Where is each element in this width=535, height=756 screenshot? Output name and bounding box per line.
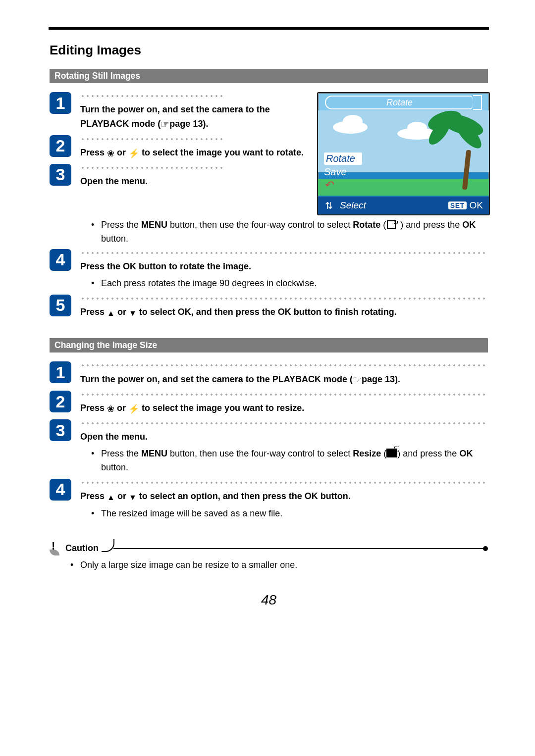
txt: Press the (101, 449, 141, 458)
resize-step-2: 2 Press ❀ or ⚡ to select the image you w… (50, 391, 488, 416)
rotate-step-1: 1 Turn the power on, and set the camera … (50, 92, 308, 132)
lcd-menu-rotate: Rotate (324, 152, 362, 165)
step2-text-a: Press (80, 148, 107, 157)
txt: Turn the power on, and set the camera to… (80, 374, 353, 384)
step-number-box: 3 (50, 419, 71, 441)
step-number-box: 1 (50, 361, 71, 383)
txt: to select an option, and then press the … (137, 491, 351, 501)
step-number-box: 3 (50, 164, 71, 186)
dotted-divider (80, 392, 488, 398)
resize-step3-lead: Open the menu. (80, 430, 488, 444)
flash-icon: ⚡ (128, 147, 139, 161)
txt: Press (80, 307, 107, 317)
section-header-rotating: Rotating Still Images (50, 69, 488, 83)
txt: button. (101, 462, 128, 472)
txt: Press (80, 491, 107, 501)
step-number-box: 2 (50, 391, 71, 412)
dotted-divider (80, 250, 488, 256)
lcd-menu: Rotate Save ↶ (324, 152, 362, 192)
step-number-box: 4 (50, 249, 71, 271)
dotted-divider (80, 420, 488, 426)
txt: OK (459, 449, 473, 458)
caution-dot (483, 546, 488, 551)
txt: or (114, 403, 128, 413)
resize-step-3: 3 Open the menu. Press the MENU button, … (50, 419, 488, 476)
undo-icon: ↶ (324, 178, 362, 192)
caution-header: ! Caution (50, 542, 488, 555)
resize-step-1: 1 Turn the power on, and set the camera … (50, 361, 488, 388)
txt: MENU (141, 449, 167, 458)
page-title: Editing Images (50, 43, 488, 58)
txt: ) and press the (397, 449, 459, 458)
caution-line (113, 548, 484, 549)
rotate-icon: ↻ (386, 219, 398, 229)
txt: Resize (353, 449, 381, 458)
resize-step-3-bullets: Press the MENU button, then use the four… (101, 447, 488, 475)
txt: to select the image you want to resize. (139, 403, 304, 413)
list-item: Press the MENU button, then use the four… (101, 218, 488, 246)
lcd-mockup: Rotate Rotate Save ↶ ⇅ Select SET OK (317, 92, 488, 215)
rotate-step-4-bullets: Each press rotates the image 90 degrees … (101, 277, 488, 291)
txt: button. (101, 234, 128, 244)
rotate-step-3-bullets: Press the MENU button, then use the four… (101, 218, 488, 246)
txt: or (115, 491, 129, 501)
txt: or (115, 307, 129, 317)
rotate-two-column: 1 Turn the power on, and set the camera … (50, 92, 488, 215)
txt: page 13). (362, 374, 400, 384)
list-item: Each press rotates the image 90 degrees … (101, 277, 488, 291)
txt: ) and press the (398, 220, 462, 230)
rotate-step-4: 4 Press the OK button to rotate the imag… (50, 249, 488, 292)
dotted-divider (80, 296, 488, 302)
txt: button, then use the four-way control to… (167, 449, 353, 458)
txt: button, then use the four-way control to… (167, 220, 353, 230)
lcd-menu-save: Save (324, 166, 362, 178)
macro-icon: ❀ (107, 147, 114, 161)
dotted-divider (80, 480, 488, 486)
resize-step-4-bullets: The resized image will be saved as a new… (101, 507, 488, 521)
lcd-footer-select: Select (340, 200, 448, 211)
step4-lead: Press the OK button to rotate the image. (80, 260, 488, 274)
lcd-footer: ⇅ Select SET OK (318, 197, 489, 214)
resize-icon (386, 449, 397, 457)
txt: Press (80, 403, 107, 413)
txt: OK (462, 220, 476, 230)
caution-curve (102, 539, 114, 552)
lcd-header: Rotate (323, 96, 484, 109)
txt: to select OK, and then press the OK butt… (137, 307, 397, 317)
down-triangle-icon: ▼ (129, 307, 137, 320)
down-triangle-icon: ▼ (129, 492, 137, 504)
txt: ( (380, 220, 386, 230)
caution-label: Caution (65, 543, 99, 554)
resize-step-4: 4 Press ▲ or ▼ to select an option, and … (50, 479, 488, 522)
rotate-step-2: 2 Press ❀ or ⚡ to select the image you w… (50, 135, 308, 161)
caution-icon: ! (50, 542, 61, 555)
list-item: Press the MENU button, then use the four… (101, 447, 488, 475)
list-item: Only a large size image can be resize to… (80, 558, 488, 572)
step-number-box: 4 (50, 479, 71, 501)
step-number-box: 1 (50, 92, 71, 114)
caution-bullets: Only a large size image can be resize to… (80, 558, 488, 572)
list-item: The resized image will be saved as a new… (101, 507, 488, 521)
updown-icon: ⇅ (318, 200, 340, 211)
txt: Press the (101, 220, 141, 230)
top-rule (49, 27, 489, 30)
step3-lead: Open the menu. (80, 175, 308, 189)
step1-text-b: page 13). (169, 119, 208, 129)
dotted-divider (80, 165, 224, 171)
lcd-footer-ok: OK (470, 200, 483, 211)
step2-text-c: to select the image you want to rotate. (139, 148, 304, 157)
section-header-resize: Changing the Image Size (50, 338, 488, 353)
txt: ( (381, 449, 386, 458)
dotted-divider (80, 362, 488, 368)
txt: Rotate (353, 220, 380, 230)
hand-icon: ☞ (353, 372, 362, 388)
dotted-divider (80, 136, 224, 142)
step-number-box: 5 (50, 295, 71, 316)
step2-text-b: or (114, 148, 128, 157)
manual-page: Editing Images Rotating Still Images 1 T… (0, 0, 535, 628)
rotate-step-3: 3 Open the menu. (50, 164, 308, 189)
lcd-footer-set: SET (448, 202, 467, 209)
macro-icon: ❀ (107, 403, 114, 416)
flash-icon: ⚡ (128, 403, 139, 416)
txt: MENU (141, 220, 167, 230)
